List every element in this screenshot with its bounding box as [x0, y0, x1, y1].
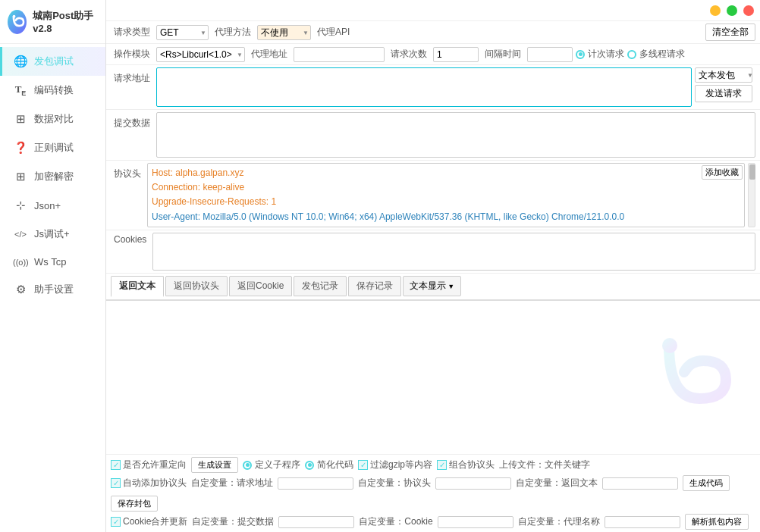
sidebar-item-send-debug[interactable]: 🌐 发包调试 [0, 47, 105, 76]
headers-content: Host: alpha.galpan.xyz Connection: keep-… [147, 163, 745, 227]
close-button[interactable] [743, 5, 754, 16]
custom-var-header-input[interactable] [435, 477, 511, 490]
request-type-wrapper[interactable]: GET POST PUT DELETE [156, 25, 209, 40]
sidebar-item-js-debug[interactable]: </> Js调试+ [0, 220, 105, 249]
custom-var-submit-input[interactable] [278, 516, 354, 528]
sidebar-item-data-compare[interactable]: ⊞ 数据对比 [0, 105, 105, 133]
text-icon: TE [13, 83, 28, 97]
multi-thread-group: 多线程请求 [627, 48, 685, 61]
url-row: 请求地址 文本发包 发送请求 [106, 65, 760, 110]
submit-input[interactable] [156, 112, 755, 158]
encrypt-icon: ⊞ [13, 170, 28, 183]
sidebar-item-json-plus[interactable]: ⊹ Json+ [0, 191, 105, 220]
main-content: 请求类型 GET POST PUT DELETE 代理方法 不使用 HTTP S… [106, 0, 760, 532]
gen-settings-button[interactable]: 生成设置 [191, 457, 238, 473]
combine-header-checkbox[interactable] [437, 460, 447, 470]
text-send-wrapper[interactable]: 文本发包 [695, 67, 755, 83]
proxy-addr-label: 代理地址 [248, 46, 290, 62]
allow-redirect-label: 是否允许重定向 [123, 458, 187, 471]
request-count-input[interactable] [433, 47, 479, 62]
sidebar-item-label: Ws Tcp [34, 256, 66, 268]
send-request-button[interactable]: 发送请求 [695, 85, 752, 102]
custom-var-submit-label: 自定变量：提交数据 [192, 515, 274, 528]
allow-redirect-checkbox[interactable] [111, 460, 121, 470]
interval-input[interactable] [527, 47, 573, 62]
bottom-bar: 是否允许重定向 生成设置 定义子程序 简化代码 过滤gzip等内容 组合协议头 … [106, 454, 760, 532]
proxy-method-wrapper[interactable]: 不使用 HTTP SOCKS5 [257, 25, 311, 40]
svg-point-0 [12, 14, 15, 17]
sidebar-item-label: 助手设置 [34, 283, 74, 296]
gen-code-button[interactable]: 生成代码 [683, 475, 730, 491]
sidebar-item-regex-debug[interactable]: ❓ 正则调试 [0, 133, 105, 162]
filter-gzip-label: 过滤gzip等内容 [370, 458, 432, 471]
cookie-merge-label: Cookie合并更新 [123, 515, 187, 528]
auto-add-header-group: 自动添加协议头 [111, 477, 187, 490]
app-logo [8, 10, 27, 34]
request-type-select[interactable]: GET POST PUT DELETE [156, 25, 209, 40]
multi-thread-radio[interactable] [627, 50, 636, 59]
url-input[interactable] [156, 67, 692, 107]
request-type-label: 请求类型 [111, 24, 153, 40]
clear-all-button[interactable]: 清空全部 [705, 23, 755, 41]
custom-var-url-input[interactable] [278, 477, 353, 490]
tab-save-log[interactable]: 保存记录 [348, 276, 401, 296]
tab-return-cookie[interactable]: 返回Cookie [229, 276, 292, 296]
globe-icon: 🌐 [13, 55, 28, 68]
simplify-code-group: 简化代码 [305, 458, 353, 471]
header-line-3: Upgrade-Insecure-Requests: 1 [152, 195, 740, 209]
count-request-radio[interactable] [576, 50, 585, 59]
simplify-code-label: 简化代码 [317, 458, 353, 471]
header-line-2: Connection: keep-alive [152, 180, 740, 195]
headers-label: 协议头 [111, 166, 144, 182]
ws-icon: ((o)) [13, 258, 28, 267]
sidebar-item-label: 数据对比 [34, 112, 74, 126]
tab-text-display[interactable]: 文本显示 ▼ [403, 276, 461, 296]
maximize-button[interactable] [727, 5, 737, 16]
headers-row: 协议头 Host: alpha.galpan.xyz Connection: k… [106, 161, 760, 230]
text-send-select[interactable]: 文本发包 [695, 67, 752, 83]
cookie-merge-checkbox[interactable] [111, 517, 121, 527]
minimize-button[interactable] [710, 5, 721, 16]
sidebar-item-encrypt-decrypt[interactable]: ⊞ 加密解密 [0, 162, 105, 191]
bottom-row-1: 是否允许重定向 生成设置 定义子程序 简化代码 过滤gzip等内容 组合协议头 … [111, 457, 755, 473]
tab-send-log[interactable]: 发包记录 [294, 276, 347, 296]
proxy-api-label: 代理API [314, 24, 353, 40]
proxy-addr-input[interactable] [294, 47, 385, 62]
sidebar-item-ws-tcp[interactable]: ((o)) Ws Tcp [0, 249, 105, 275]
custom-var-return-input[interactable] [602, 477, 678, 490]
header-line-4: User-Agent: Mozilla/5.0 (Windows NT 10.0… [152, 210, 740, 224]
allow-redirect-group: 是否允许重定向 [111, 458, 187, 471]
add-favorites-button[interactable]: 添加收藏 [702, 165, 743, 180]
regex-icon: ❓ [13, 141, 28, 155]
custom-var-cookie-input[interactable] [438, 516, 513, 528]
proxy-method-select[interactable]: 不使用 HTTP SOCKS5 [257, 25, 311, 40]
app-header: 城南Post助手 v2.8 [0, 0, 105, 44]
save-packet-button[interactable]: 保存封包 [111, 496, 158, 512]
sidebar-item-label: Json+ [34, 200, 61, 211]
cookies-content[interactable] [152, 233, 755, 271]
chevron-down-icon: ▼ [448, 283, 454, 290]
url-label: 请求地址 [111, 70, 153, 86]
operation-module-label: 操作模块 [111, 46, 153, 62]
bottom-row-2: 自动添加协议头 自定变量：请求地址 自定变量：协议头 自定变量：返回文本 生成代… [111, 475, 755, 512]
operation-module-wrapper[interactable]: <Rs>Libcurl<1.0> Libcurl [156, 47, 245, 62]
tab-return-text[interactable]: 返回文本 [111, 276, 164, 297]
sidebar: 城南Post助手 v2.8 🌐 发包调试 TE 编码转换 ⊞ 数据对比 ❓ 正则… [0, 0, 106, 532]
combine-header-group: 组合协议头 [437, 458, 495, 471]
json-icon: ⊹ [13, 199, 28, 212]
app-title: 城南Post助手 v2.8 [33, 9, 98, 34]
define-subprocess-radio[interactable] [243, 461, 252, 470]
simplify-code-radio[interactable] [305, 461, 314, 470]
tab-return-header[interactable]: 返回协议头 [165, 276, 228, 296]
auto-add-header-checkbox[interactable] [111, 478, 121, 488]
sidebar-item-encode-convert[interactable]: TE 编码转换 [0, 76, 105, 105]
multi-thread-label: 多线程请求 [639, 48, 685, 61]
sidebar-item-settings[interactable]: ⚙ 助手设置 [0, 275, 105, 304]
cookies-label: Cookies [111, 233, 149, 271]
parse-packet-button[interactable]: 解析抓包内容 [685, 514, 749, 530]
custom-var-proxy-input[interactable] [605, 516, 680, 528]
operation-module-select[interactable]: <Rs>Libcurl<1.0> Libcurl [156, 47, 245, 62]
headers-scrollbar[interactable] [748, 163, 755, 227]
combine-header-label: 组合协议头 [449, 458, 495, 471]
filter-gzip-checkbox[interactable] [358, 460, 368, 470]
